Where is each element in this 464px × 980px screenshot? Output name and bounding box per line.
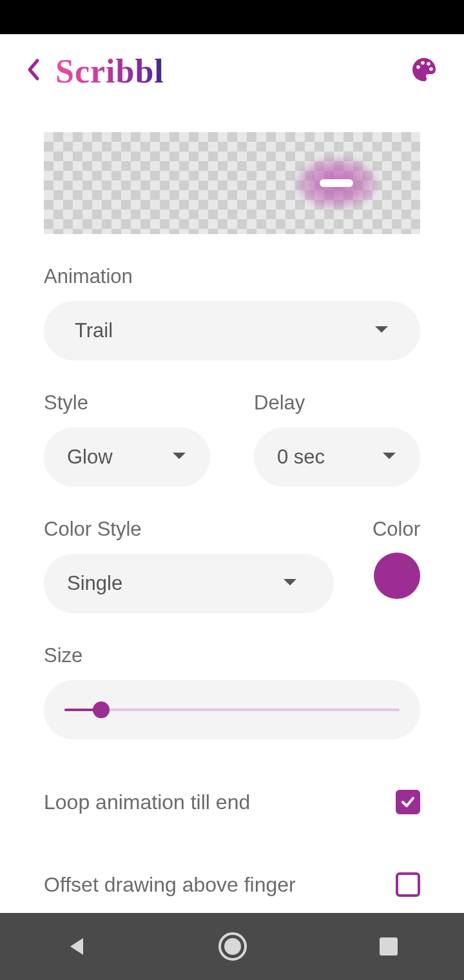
animation-value: Trail xyxy=(75,319,113,342)
svg-point-1 xyxy=(421,61,425,65)
chevron-down-icon xyxy=(282,578,298,589)
settings-content: Animation Trail Style Glow Delay 0 sec C… xyxy=(0,108,464,913)
header-left: Scribbl xyxy=(26,52,164,90)
color-style-label: Color Style xyxy=(44,518,334,541)
color-style-value: Single xyxy=(67,572,122,595)
style-label: Style xyxy=(44,391,210,415)
offset-label: Offset drawing above finger xyxy=(44,873,296,897)
offset-checkbox[interactable] xyxy=(396,872,420,897)
preview-stroke xyxy=(320,179,353,187)
chevron-down-icon xyxy=(171,451,187,463)
size-slider[interactable] xyxy=(44,680,420,740)
delay-dropdown[interactable]: 0 sec xyxy=(254,427,420,487)
slider-thumb[interactable] xyxy=(93,701,110,718)
palette-button[interactable] xyxy=(410,55,438,86)
style-value: Glow xyxy=(67,446,113,469)
color-style-dropdown[interactable]: Single xyxy=(44,554,334,613)
loop-checkbox[interactable] xyxy=(396,790,420,814)
back-button[interactable] xyxy=(26,58,40,84)
offset-option-row[interactable]: Offset drawing above finger xyxy=(44,872,420,897)
animation-label: Animation xyxy=(44,265,420,288)
app-logo: Scribbl xyxy=(55,52,164,90)
svg-point-2 xyxy=(427,62,430,66)
system-nav-bar xyxy=(0,913,464,980)
chevron-down-icon xyxy=(374,325,389,337)
nav-back-button[interactable] xyxy=(66,936,86,957)
color-label: Color xyxy=(372,518,420,541)
slider-track xyxy=(64,709,400,711)
delay-value: 0 sec xyxy=(277,446,325,469)
svg-point-0 xyxy=(416,65,420,69)
app-header: Scribbl xyxy=(0,34,464,108)
status-bar xyxy=(0,0,464,34)
style-dropdown[interactable]: Glow xyxy=(44,427,210,487)
size-label: Size xyxy=(44,644,420,667)
nav-recent-button[interactable] xyxy=(380,937,398,956)
loop-option-row[interactable]: Loop animation till end xyxy=(44,790,420,814)
preview-canvas[interactable] xyxy=(44,132,420,234)
delay-label: Delay xyxy=(254,391,420,415)
color-swatch[interactable] xyxy=(374,553,420,599)
loop-label: Loop animation till end xyxy=(44,790,250,814)
nav-home-button[interactable] xyxy=(218,932,247,961)
chevron-down-icon xyxy=(382,451,397,463)
svg-point-3 xyxy=(429,67,433,71)
animation-dropdown[interactable]: Trail xyxy=(44,301,420,360)
